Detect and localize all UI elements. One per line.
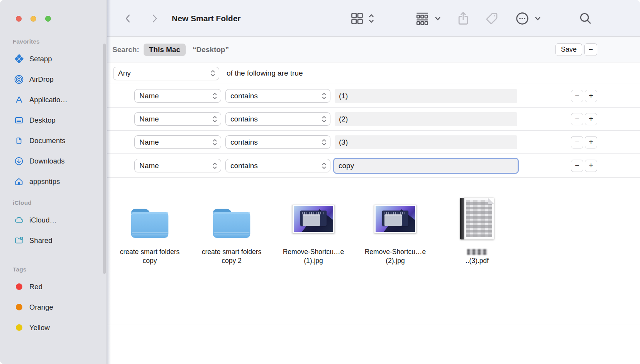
stepper-icon [321, 115, 327, 124]
status-bar-divider [107, 325, 640, 325]
tags-button[interactable] [484, 0, 499, 37]
search-label: Search: [112, 46, 139, 54]
sidebar-item-label: Applicatio… [29, 96, 68, 104]
scope-this-mac[interactable]: This Mac [144, 44, 186, 56]
sidebar-item-label: Orange [29, 303, 53, 312]
stepper-icon [212, 115, 218, 124]
file-jpg-2[interactable]: Remove-Shortcu…e (2).jpg [357, 193, 434, 266]
sidebar-item-label: Documents [29, 136, 66, 145]
operator-select[interactable]: contains [225, 112, 330, 126]
file-jpg-1[interactable]: Remove-Shortcu…e (1).jpg [275, 193, 352, 266]
sidebar-item-desktop[interactable]: Desktop [0, 110, 107, 130]
sidebar-item-documents[interactable]: Documents [0, 130, 107, 151]
pdf-thumbnail [460, 198, 494, 239]
downloads-icon [14, 156, 24, 166]
sidebar-item-label: AirDrop [29, 75, 54, 84]
criteria-value-input-focused[interactable] [334, 159, 518, 173]
sidebar-item-label: Desktop [29, 116, 56, 125]
folder-icon [111, 193, 188, 243]
sidebar-item-setapp[interactable]: Setapp [0, 49, 107, 69]
rule-row-4: Name contains − + [107, 154, 640, 178]
airdrop-icon [14, 74, 24, 84]
criteria-value-input[interactable] [335, 135, 517, 149]
search-results: create smart folders copy create smart f… [107, 178, 640, 325]
file-folder-1[interactable]: create smart folders copy [111, 193, 188, 266]
operator-select[interactable]: contains [225, 89, 330, 103]
folder-icon [193, 193, 270, 243]
stepper-icon [321, 138, 327, 147]
forward-button[interactable] [149, 0, 159, 37]
file-name: Remove-Shortcu…e (1).jpg [275, 248, 352, 266]
group-by-chevron-icon[interactable] [434, 0, 441, 37]
window-title: New Smart Folder [172, 0, 241, 37]
zoom-window-button[interactable] [45, 16, 51, 22]
more-actions-button[interactable] [515, 0, 530, 37]
sidebar-item-shared[interactable]: Shared [0, 230, 107, 251]
sidebar-item-applications[interactable]: Applicatio… [0, 89, 107, 110]
search-scope-bar: Search: This Mac “Desktop” Save − [107, 37, 640, 62]
toolbar: New Smart Folder [107, 0, 640, 37]
sidebar-item-appsntips[interactable]: appsntips [0, 171, 107, 192]
remove-criteria-button[interactable]: − [571, 113, 583, 125]
window-controls [16, 16, 51, 22]
sidebar-item-tag-orange[interactable]: Orange [0, 297, 107, 317]
match-suffix-text: of the following are true [227, 69, 303, 78]
attribute-select[interactable]: Name [134, 89, 221, 103]
sidebar-item-label: Yellow [29, 324, 50, 332]
file-folder-2[interactable]: create smart folders copy 2 [193, 193, 270, 266]
sidebar-item-airdrop[interactable]: AirDrop [0, 69, 107, 89]
rule-row-1: Name contains − + [107, 84, 640, 108]
add-criteria-button[interactable]: + [585, 160, 597, 172]
add-criteria-button[interactable]: + [585, 136, 597, 148]
close-window-button[interactable] [16, 16, 22, 22]
stepper-icon [212, 161, 218, 170]
jpg-thumbnail [292, 205, 335, 233]
stepper-icon [321, 161, 327, 170]
group-by-button[interactable] [415, 0, 430, 37]
remove-criteria-button[interactable]: − [571, 160, 583, 172]
file-pdf[interactable]: ..(3).pdf [439, 193, 516, 266]
remove-criteria-button[interactable]: − [571, 90, 583, 102]
view-mode-stepper-icon[interactable] [368, 0, 375, 37]
criteria-value-input[interactable] [335, 112, 517, 126]
yellow-tag-icon [14, 323, 24, 333]
sidebar-item-icloud-drive[interactable]: iCloud… [0, 210, 107, 230]
main-area: New Smart Folder [107, 0, 640, 364]
applications-icon [14, 95, 24, 105]
scope-desktop[interactable]: “Desktop” [193, 46, 229, 54]
attribute-select[interactable]: Name [134, 112, 221, 126]
orange-tag-icon [14, 302, 24, 312]
sidebar-section-tags: Tags [13, 266, 107, 273]
sidebar-item-tag-red[interactable]: Red [0, 276, 107, 297]
sidebar-item-tag-yellow[interactable]: Yellow [0, 317, 107, 338]
criteria-value-input[interactable] [335, 89, 517, 103]
red-tag-icon [14, 282, 24, 292]
operator-select[interactable]: contains [225, 159, 330, 172]
save-button[interactable]: Save [555, 43, 582, 56]
icon-view-button[interactable] [350, 0, 364, 37]
sidebar-item-downloads[interactable]: Downloads [0, 151, 107, 171]
more-actions-chevron-icon[interactable] [534, 0, 541, 37]
match-type-select[interactable]: Any [113, 67, 219, 80]
desktop-icon [14, 115, 24, 125]
add-criteria-button[interactable]: + [585, 90, 597, 102]
sidebar-scrollbar[interactable] [103, 44, 106, 274]
search-icon[interactable] [579, 0, 593, 37]
attribute-select[interactable]: Name [134, 135, 221, 149]
documents-icon [14, 136, 24, 146]
remove-criteria-button[interactable]: − [571, 136, 583, 148]
cloud-icon [14, 215, 24, 225]
sidebar-item-label: appsntips [29, 177, 60, 186]
back-button[interactable] [123, 0, 133, 37]
add-criteria-button[interactable]: + [585, 113, 597, 125]
file-name: create smart folders copy [119, 248, 180, 266]
sidebar-section-icloud: iCloud [13, 199, 107, 206]
remove-search-button[interactable]: − [584, 43, 597, 56]
share-button[interactable] [456, 0, 471, 37]
redacted-text [467, 249, 487, 255]
file-name: ..(3).pdf [466, 248, 489, 266]
stepper-icon [212, 138, 218, 147]
minimize-window-button[interactable] [30, 16, 36, 22]
operator-select[interactable]: contains [225, 135, 330, 149]
attribute-select[interactable]: Name [134, 159, 221, 172]
